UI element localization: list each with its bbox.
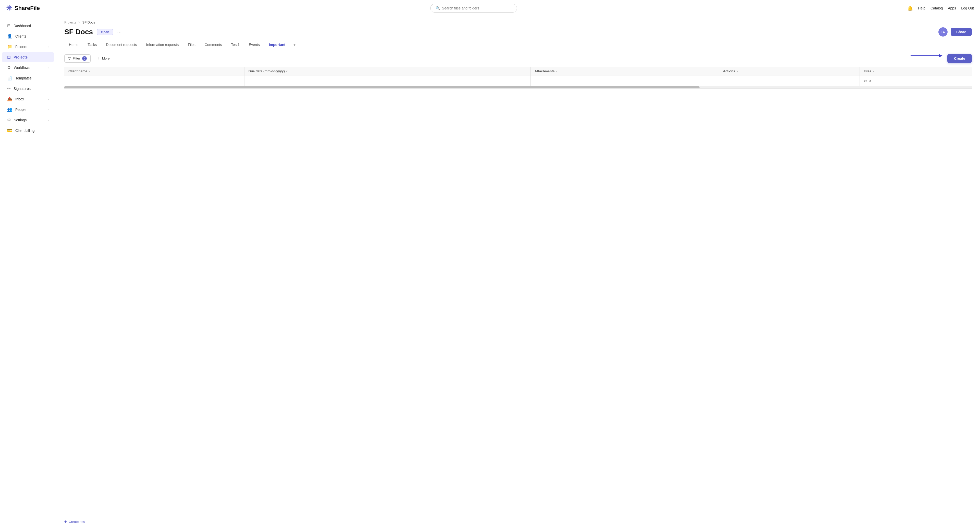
cell-actions <box>719 76 860 86</box>
sidebar-item-left-projects: ◻ Projects <box>7 55 27 59</box>
sidebar-item-people[interactable]: 👥 People › <box>2 104 54 115</box>
app-name: ShareFile <box>14 5 40 11</box>
sidebar-label-folders: Folders <box>15 45 27 49</box>
page-header-right: TC Share <box>939 27 972 37</box>
sort-icon: ∨ <box>872 70 874 73</box>
tab-tasks[interactable]: Tasks <box>83 40 101 50</box>
cell-files: 🗂 0 <box>859 76 972 86</box>
filter-count: 0 <box>82 56 87 61</box>
sidebar-item-folders[interactable]: 📁 Folders › <box>2 42 54 52</box>
filter-button[interactable]: ▽ Filter 0 <box>64 54 91 62</box>
main-content: Projects > SF Docs SF Docs Open ··· TC S… <box>56 16 980 527</box>
sidebar-item-projects[interactable]: ◻ Projects <box>2 52 54 62</box>
create-area: Create <box>947 54 972 63</box>
col-files[interactable]: Files∨ <box>859 67 972 76</box>
create-row-link[interactable]: + Create row <box>56 516 980 527</box>
sidebar-icon-signatures: ✏ <box>7 86 11 91</box>
chevron-icon-inbox: › <box>48 97 49 101</box>
page-header-left: SF Docs Open ··· <box>64 28 122 36</box>
logo: ✳ ShareFile <box>6 4 40 12</box>
tab-home[interactable]: Home <box>64 40 83 50</box>
chevron-icon-people: › <box>48 108 49 111</box>
sidebar-item-templates[interactable]: 📄 Templates <box>2 73 54 83</box>
sidebar-item-inbox[interactable]: 📥 Inbox › <box>2 94 54 104</box>
sidebar-item-dashboard[interactable]: ⊞ Dashboard <box>2 21 54 31</box>
sort-icon: ∨ <box>736 70 738 73</box>
share-button[interactable]: Share <box>951 28 972 36</box>
col-due-date[interactable]: Due date (mm/dd/yyyy)∨ <box>244 67 530 76</box>
avatar: TC <box>939 27 948 37</box>
scrollbar-row <box>64 86 972 88</box>
catalog-link[interactable]: Catalog <box>931 6 943 10</box>
sidebar-item-left-settings: ⚙ Settings <box>7 118 27 122</box>
col-client-name[interactable]: Client name∨ <box>64 67 244 76</box>
more-label: More <box>102 56 110 60</box>
sidebar-label-signatures: Signatures <box>14 86 30 91</box>
table-container: Client name∨Due date (mm/dd/yyyy)∨Attach… <box>56 67 980 516</box>
apps-link[interactable]: Apps <box>948 6 956 10</box>
sidebar-icon-folders: 📁 <box>7 44 12 49</box>
tab-test1[interactable]: Test1 <box>226 40 244 50</box>
table-row: 🗂 0 <box>64 76 972 86</box>
sidebar-icon-clients: 👤 <box>7 34 12 38</box>
sidebar-icon-inbox: 📥 <box>7 97 12 101</box>
sidebar-item-client-billing[interactable]: 💳 Client billing <box>2 125 54 136</box>
svg-marker-1 <box>939 54 942 57</box>
sidebar-label-projects: Projects <box>14 55 27 59</box>
sidebar-label-templates: Templates <box>15 76 32 80</box>
breadcrumb-current: SF Docs <box>83 21 95 24</box>
sidebar-icon-client-billing: 💳 <box>7 128 12 133</box>
cell-due-date <box>244 76 530 86</box>
more-options-icon[interactable]: ··· <box>117 29 122 35</box>
create-row-label: Create row <box>68 520 85 524</box>
notification-bell[interactable]: 🔔 <box>907 5 913 11</box>
toolbar: ▽ Filter 0 ⋮ More Create <box>56 50 980 67</box>
tab-important[interactable]: Important <box>264 40 290 50</box>
breadcrumb-parent[interactable]: Projects <box>64 21 76 24</box>
sidebar-item-workflows[interactable]: ⚙ Workflows › <box>2 62 54 73</box>
sidebar-item-settings[interactable]: ⚙ Settings › <box>2 115 54 125</box>
sidebar-label-people: People <box>15 107 27 112</box>
search-bar[interactable]: 🔍 <box>430 4 517 13</box>
page-header: SF Docs Open ··· TC Share <box>56 25 980 40</box>
create-button[interactable]: Create <box>947 54 972 63</box>
filter-icon: ▽ <box>68 56 71 60</box>
sidebar-label-settings: Settings <box>14 118 27 122</box>
search-icon: 🔍 <box>436 6 440 10</box>
more-button[interactable]: ⋮ More <box>95 55 112 62</box>
tab-information-requests[interactable]: Information requests <box>142 40 183 50</box>
search-input[interactable] <box>442 6 512 10</box>
sidebar-icon-people: 👥 <box>7 107 12 112</box>
sidebar-item-left-people: 👥 People <box>7 107 27 112</box>
tab-document-requests[interactable]: Document requests <box>101 40 142 50</box>
col-actions[interactable]: Actions∨ <box>719 67 860 76</box>
logout-link[interactable]: Log Out <box>961 6 974 10</box>
sidebar-label-client-billing: Client billing <box>15 128 35 133</box>
sidebar-item-clients[interactable]: 👤 Clients <box>2 31 54 41</box>
layout: ⊞ Dashboard 👤 Clients 📁 Folders › ◻ Proj… <box>0 16 980 527</box>
sidebar-item-left-dashboard: ⊞ Dashboard <box>7 23 31 28</box>
tab-comments[interactable]: Comments <box>200 40 227 50</box>
tab-add-button[interactable]: + <box>290 40 299 50</box>
plus-icon: + <box>64 519 67 524</box>
sort-icon: ∨ <box>286 70 288 73</box>
sidebar-icon-settings: ⚙ <box>7 118 11 122</box>
sidebar-item-signatures[interactable]: ✏ Signatures <box>2 83 54 94</box>
sidebar-label-inbox: Inbox <box>15 97 24 101</box>
nav-actions: 🔔 Help Catalog Apps Log Out <box>907 5 974 11</box>
file-icon: 🗂 <box>864 79 867 83</box>
sidebar-icon-dashboard: ⊞ <box>7 23 11 28</box>
breadcrumb: Projects > SF Docs <box>56 16 980 25</box>
file-count: 0 <box>869 79 871 83</box>
tab-events[interactable]: Events <box>244 40 264 50</box>
sidebar-icon-projects: ◻ <box>7 55 11 59</box>
table-header: Client name∨Due date (mm/dd/yyyy)∨Attach… <box>64 67 972 76</box>
sidebar-item-left-client-billing: 💳 Client billing <box>7 128 35 133</box>
sort-icon: ∨ <box>88 70 90 73</box>
logo-icon: ✳ <box>6 4 12 12</box>
help-link[interactable]: Help <box>918 6 925 10</box>
col-attachments[interactable]: Attachments∨ <box>530 67 719 76</box>
more-dots-icon: ⋮ <box>97 56 100 60</box>
sidebar-label-workflows: Workflows <box>14 65 30 70</box>
tab-files[interactable]: Files <box>183 40 200 50</box>
